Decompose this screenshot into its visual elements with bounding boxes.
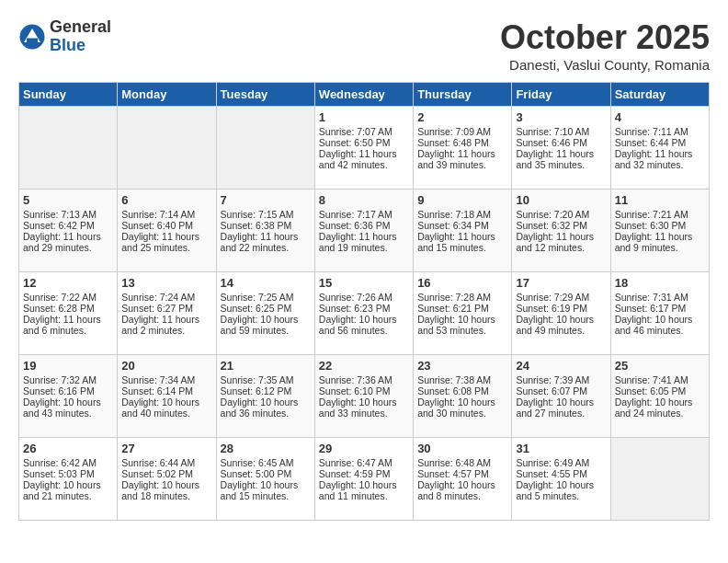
day-info: Sunset: 6:07 PM [516, 385, 606, 396]
day-info: and 56 minutes. [319, 325, 409, 336]
calendar-cell: 26Sunrise: 6:42 AMSunset: 5:03 PMDayligh… [19, 438, 118, 521]
day-info: Daylight: 11 hours [516, 148, 606, 159]
day-number: 24 [516, 359, 606, 373]
day-info: Daylight: 10 hours [615, 396, 705, 408]
day-number: 4 [615, 110, 705, 124]
day-info: Daylight: 10 hours [121, 396, 211, 408]
day-number: 1 [319, 110, 409, 124]
calendar-cell: 19Sunrise: 7:32 AMSunset: 6:16 PMDayligh… [19, 355, 118, 438]
day-info: and 42 minutes. [319, 159, 409, 170]
day-info: Sunset: 6:14 PM [121, 385, 211, 396]
day-info: Sunrise: 7:29 AM [516, 292, 606, 303]
logo-icon [18, 23, 46, 51]
day-number: 15 [319, 276, 409, 290]
calendar-cell: 7Sunrise: 7:15 AMSunset: 6:38 PMDaylight… [216, 190, 314, 272]
day-info: Daylight: 10 hours [221, 314, 311, 325]
day-info: and 5 minutes. [516, 490, 606, 501]
day-number: 13 [121, 276, 211, 290]
day-number: 30 [417, 442, 507, 455]
day-info: Daylight: 10 hours [221, 396, 311, 408]
day-info: Sunrise: 7:22 AM [23, 292, 113, 303]
day-info: and 18 minutes. [121, 490, 211, 501]
day-info: and 33 minutes. [319, 408, 409, 419]
day-info: Sunset: 6:44 PM [615, 137, 705, 148]
calendar: SundayMondayTuesdayWednesdayThursdayFrid… [18, 82, 710, 521]
day-header-friday: Friday [512, 83, 610, 107]
calendar-cell: 14Sunrise: 7:25 AMSunset: 6:25 PMDayligh… [216, 272, 314, 355]
calendar-cell: 24Sunrise: 7:39 AMSunset: 6:07 PMDayligh… [512, 355, 610, 438]
day-number: 6 [121, 193, 211, 207]
calendar-cell: 30Sunrise: 6:48 AMSunset: 4:57 PMDayligh… [414, 438, 512, 521]
day-info: Sunset: 6:05 PM [615, 385, 705, 396]
day-info: Sunset: 6:21 PM [417, 303, 507, 314]
day-info: and 24 minutes. [615, 408, 705, 419]
day-info: and 36 minutes. [221, 408, 311, 419]
calendar-cell: 2Sunrise: 7:09 AMSunset: 6:48 PMDaylight… [414, 107, 512, 190]
day-info: Sunrise: 7:20 AM [516, 209, 606, 220]
day-header-saturday: Saturday [610, 83, 709, 107]
day-info: Sunrise: 7:41 AM [615, 374, 705, 385]
day-info: Daylight: 11 hours [319, 231, 409, 242]
day-info: Sunset: 6:34 PM [417, 220, 507, 231]
day-number: 18 [615, 276, 705, 290]
calendar-cell: 23Sunrise: 7:38 AMSunset: 6:08 PMDayligh… [414, 355, 512, 438]
day-info: and 46 minutes. [615, 325, 705, 336]
day-info: Daylight: 11 hours [121, 314, 211, 325]
calendar-week-3: 12Sunrise: 7:22 AMSunset: 6:28 PMDayligh… [19, 272, 710, 355]
logo-text: General Blue [50, 18, 111, 55]
calendar-cell: 15Sunrise: 7:26 AMSunset: 6:23 PMDayligh… [314, 272, 413, 355]
day-info: Sunrise: 6:42 AM [23, 457, 113, 468]
day-number: 8 [319, 193, 409, 207]
calendar-cell: 28Sunrise: 6:45 AMSunset: 5:00 PMDayligh… [216, 438, 314, 521]
page-header: General Blue October 2025 Danesti, Vaslu… [18, 18, 710, 73]
day-info: Sunrise: 6:48 AM [417, 457, 507, 468]
day-info: Sunrise: 7:39 AM [516, 374, 606, 385]
day-info: and 12 minutes. [516, 242, 606, 253]
day-info: Sunrise: 7:11 AM [615, 126, 705, 137]
calendar-cell: 27Sunrise: 6:44 AMSunset: 5:02 PMDayligh… [118, 438, 216, 521]
day-info: Sunrise: 7:15 AM [221, 209, 311, 220]
logo: General Blue [18, 18, 111, 55]
day-info: Daylight: 11 hours [615, 148, 705, 159]
day-number: 20 [121, 359, 211, 373]
day-info: Daylight: 10 hours [23, 396, 113, 408]
day-info: Sunset: 6:27 PM [121, 303, 211, 314]
day-number: 31 [516, 442, 606, 455]
day-info: Sunrise: 7:09 AM [417, 126, 507, 137]
day-number: 3 [516, 110, 606, 124]
day-info: Daylight: 11 hours [23, 231, 113, 242]
day-info: Daylight: 10 hours [516, 479, 606, 490]
day-number: 21 [221, 359, 311, 373]
day-info: and 53 minutes. [417, 325, 507, 336]
calendar-cell: 22Sunrise: 7:36 AMSunset: 6:10 PMDayligh… [314, 355, 413, 438]
day-number: 10 [516, 193, 606, 207]
day-number: 9 [417, 193, 507, 207]
day-number: 23 [417, 359, 507, 373]
calendar-cell: 1Sunrise: 7:07 AMSunset: 6:50 PMDaylight… [314, 107, 413, 190]
day-info: Daylight: 10 hours [516, 396, 606, 408]
day-info: Sunset: 6:42 PM [23, 220, 113, 231]
day-info: Sunrise: 7:13 AM [23, 209, 113, 220]
day-info: Sunset: 6:36 PM [319, 220, 409, 231]
day-info: Sunset: 4:57 PM [417, 468, 507, 479]
day-info: Sunrise: 6:45 AM [221, 457, 311, 468]
day-header-wednesday: Wednesday [314, 83, 413, 107]
day-info: and 25 minutes. [121, 242, 211, 253]
calendar-cell: 31Sunrise: 6:49 AMSunset: 4:55 PMDayligh… [512, 438, 610, 521]
day-info: Sunset: 6:46 PM [516, 137, 606, 148]
day-info: and 21 minutes. [23, 490, 113, 501]
day-info: Daylight: 11 hours [417, 148, 507, 159]
day-info: Sunrise: 7:24 AM [121, 292, 211, 303]
calendar-cell [216, 107, 314, 190]
day-info: Daylight: 10 hours [516, 314, 606, 325]
day-info: Sunset: 4:55 PM [516, 468, 606, 479]
day-number: 2 [417, 110, 507, 124]
day-info: Sunrise: 6:44 AM [121, 457, 211, 468]
day-info: Sunset: 6:16 PM [23, 385, 113, 396]
calendar-week-1: 1Sunrise: 7:07 AMSunset: 6:50 PMDaylight… [19, 107, 710, 190]
day-info: Sunset: 5:00 PM [221, 468, 311, 479]
day-number: 16 [417, 276, 507, 290]
day-info: Daylight: 11 hours [221, 231, 311, 242]
day-info: Sunrise: 7:35 AM [221, 374, 311, 385]
calendar-cell [118, 107, 216, 190]
